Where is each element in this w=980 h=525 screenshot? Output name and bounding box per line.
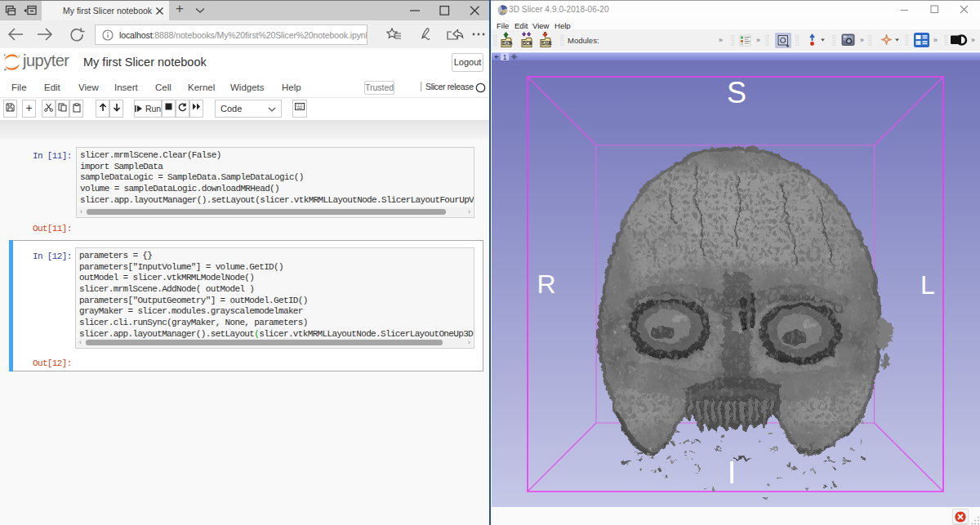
svg-text:»: »: [860, 36, 864, 44]
svg-text:SAVE: SAVE: [542, 42, 552, 46]
svg-text:S: S: [727, 76, 746, 109]
svg-text:»: »: [971, 36, 975, 44]
svg-text:Modules:: Modules:: [568, 36, 599, 45]
svg-text:L: L: [920, 270, 935, 300]
svg-text:DCM: DCM: [523, 42, 532, 46]
svg-text:DATA: DATA: [503, 42, 514, 46]
svg-text:R: R: [537, 269, 555, 299]
svg-text:»: »: [719, 36, 723, 44]
svg-text:»: »: [933, 36, 938, 44]
svg-text:»: »: [756, 36, 760, 44]
